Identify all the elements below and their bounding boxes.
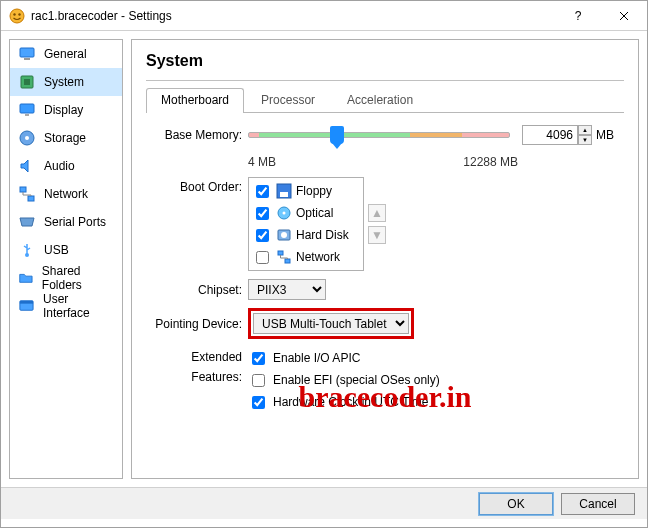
base-memory-unit: MB xyxy=(596,128,614,142)
storage-icon xyxy=(18,129,36,147)
pointing-device-select[interactable]: USB Multi-Touch Tablet xyxy=(253,313,409,334)
sidebar: General System Display Storage Audio Net… xyxy=(9,39,123,479)
sidebar-item-audio[interactable]: Audio xyxy=(10,152,122,180)
sidebar-item-user-interface[interactable]: User Interface xyxy=(10,292,122,320)
usb-icon xyxy=(18,241,36,259)
tab-acceleration[interactable]: Acceleration xyxy=(332,88,428,113)
boot-check-harddisk[interactable] xyxy=(256,229,269,242)
memory-min-label: 4 MB xyxy=(248,155,276,169)
svg-point-19 xyxy=(283,212,286,215)
sidebar-item-label: Network xyxy=(44,187,88,201)
slider-thumb[interactable] xyxy=(330,126,344,144)
svg-rect-3 xyxy=(20,48,34,57)
display-icon xyxy=(18,101,36,119)
sidebar-item-network[interactable]: Network xyxy=(10,180,122,208)
sidebar-item-label: USB xyxy=(44,243,69,257)
svg-rect-6 xyxy=(24,79,30,85)
boot-order-label: Boot Order: xyxy=(146,177,248,197)
feature-io-apic[interactable]: Enable I/O APIC xyxy=(248,347,360,369)
audio-icon xyxy=(18,157,36,175)
spin-down-icon[interactable]: ▼ xyxy=(578,135,592,145)
sidebar-item-system[interactable]: System xyxy=(10,68,122,96)
svg-rect-17 xyxy=(280,192,288,197)
harddisk-icon xyxy=(276,227,292,243)
page-heading: System xyxy=(146,52,624,70)
sidebar-item-label: System xyxy=(44,75,84,89)
boot-move-up[interactable]: ▲ xyxy=(368,204,386,222)
svg-point-0 xyxy=(10,9,24,23)
base-memory-spinner[interactable]: ▲ ▼ MB xyxy=(522,125,614,145)
svg-rect-11 xyxy=(20,187,26,192)
svg-point-21 xyxy=(281,232,287,238)
svg-point-2 xyxy=(18,13,20,15)
serial-icon xyxy=(18,213,36,231)
optical-icon xyxy=(276,205,292,221)
boot-check-floppy[interactable] xyxy=(256,185,269,198)
boot-check-network[interactable] xyxy=(256,251,269,264)
sidebar-item-label: User Interface xyxy=(43,292,114,320)
sidebar-item-label: Serial Ports xyxy=(44,215,106,229)
svg-rect-22 xyxy=(278,251,283,255)
svg-rect-4 xyxy=(24,58,30,60)
boot-check-optical[interactable] xyxy=(256,207,269,220)
sidebar-item-shared-folders[interactable]: Shared Folders xyxy=(10,264,122,292)
boot-order-list[interactable]: Floppy Optical Hard Disk xyxy=(248,177,364,271)
ok-button[interactable]: OK xyxy=(479,493,553,515)
app-icon xyxy=(9,8,25,24)
settings-window: rac1.bracecoder - Settings ? General Sys… xyxy=(0,0,648,528)
watermark-text: bracecoder.in xyxy=(132,380,638,414)
tabs: Motherboard Processor Acceleration xyxy=(146,87,624,113)
folder-icon xyxy=(18,269,34,287)
svg-point-10 xyxy=(25,136,29,140)
floppy-icon xyxy=(276,183,292,199)
window-title: rac1.bracecoder - Settings xyxy=(31,9,555,23)
main-panel: System Motherboard Processor Acceleratio… xyxy=(131,39,639,479)
boot-item-network: Network xyxy=(252,247,360,267)
titlebar: rac1.bracecoder - Settings ? xyxy=(1,1,647,31)
monitor-icon xyxy=(18,45,36,63)
boot-move-down[interactable]: ▼ xyxy=(368,226,386,244)
sidebar-item-storage[interactable]: Storage xyxy=(10,124,122,152)
svg-rect-12 xyxy=(28,196,34,201)
sidebar-item-label: General xyxy=(44,47,87,61)
close-button[interactable] xyxy=(601,1,647,31)
chipset-select[interactable]: PIIX3 xyxy=(248,279,326,300)
sidebar-item-label: Audio xyxy=(44,159,75,173)
arrow-down-icon: ▼ xyxy=(371,228,383,242)
sidebar-item-serial-ports[interactable]: Serial Ports xyxy=(10,208,122,236)
dialog-footer: OK Cancel xyxy=(1,487,647,519)
svg-rect-7 xyxy=(20,104,34,113)
svg-point-1 xyxy=(13,13,15,15)
sidebar-item-label: Shared Folders xyxy=(42,264,114,292)
ui-icon xyxy=(18,297,35,315)
chip-icon xyxy=(18,73,36,91)
help-button[interactable]: ? xyxy=(555,1,601,31)
sidebar-item-label: Storage xyxy=(44,131,86,145)
pointing-device-label: Pointing Device: xyxy=(146,314,248,334)
boot-item-floppy: Floppy xyxy=(252,181,360,201)
network-icon xyxy=(18,185,36,203)
base-memory-slider[interactable] xyxy=(248,132,510,138)
tab-motherboard[interactable]: Motherboard xyxy=(146,88,244,113)
base-memory-label: Base Memory: xyxy=(146,125,248,145)
tab-processor[interactable]: Processor xyxy=(246,88,330,113)
sidebar-item-display[interactable]: Display xyxy=(10,96,122,124)
sidebar-item-label: Display xyxy=(44,103,83,117)
arrow-up-icon: ▲ xyxy=(371,206,383,220)
chipset-label: Chipset: xyxy=(146,280,248,300)
svg-rect-23 xyxy=(285,259,290,263)
base-memory-value[interactable] xyxy=(522,125,578,145)
svg-rect-8 xyxy=(25,114,29,116)
cancel-button[interactable]: Cancel xyxy=(561,493,635,515)
network-boot-icon xyxy=(276,249,292,265)
spin-up-icon[interactable]: ▲ xyxy=(578,125,592,135)
boot-item-harddisk: Hard Disk xyxy=(252,225,360,245)
sidebar-item-general[interactable]: General xyxy=(10,40,122,68)
highlight-pointing-device: USB Multi-Touch Tablet xyxy=(248,308,414,339)
svg-rect-15 xyxy=(20,300,33,303)
boot-item-optical: Optical xyxy=(252,203,360,223)
sidebar-item-usb[interactable]: USB xyxy=(10,236,122,264)
memory-max-label: 12288 MB xyxy=(463,155,518,169)
